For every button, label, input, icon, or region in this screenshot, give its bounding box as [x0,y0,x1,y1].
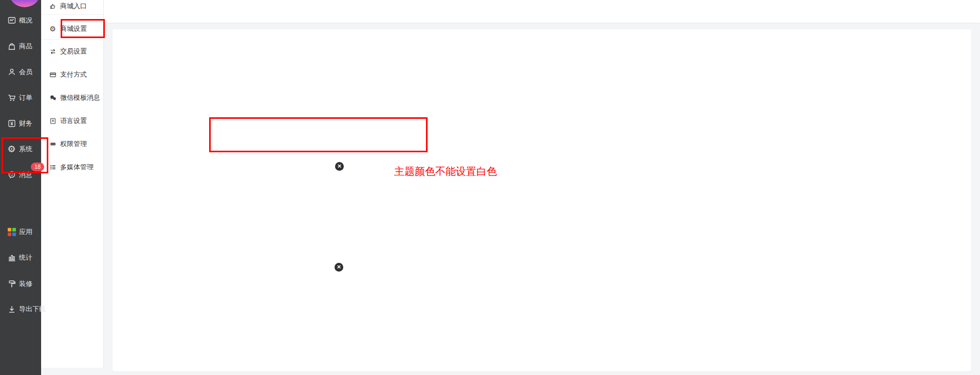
sidebar-item-finance[interactable]: 财务 [0,115,41,132]
sidebar-item-export[interactable]: 导出下载 [0,300,41,318]
poster-remove-button[interactable]: × [335,263,343,272]
sidebar-item-label: 装修 [19,279,32,289]
sidebar-item-decorate[interactable]: 装修 [0,275,41,293]
sidebar-item-label: 应用 [19,227,32,237]
divider [41,14,104,15]
sidebar-item-label: 会员 [19,67,32,77]
sidebar-item-label: 导出下载 [19,305,46,314]
overview-icon [7,16,16,26]
sidebar-item-label: 系统 [19,145,32,154]
submenu-item-media[interactable]: 多媒体管理 [41,159,104,175]
system-gear-icon: ⚙ [7,145,16,154]
submenu-item-label: 多媒体管理 [60,163,94,172]
payment-card-icon [49,71,57,79]
sidebar-item-label: 订单 [19,93,32,102]
sidebar-item-stats[interactable]: 统计 [0,249,41,266]
logo-remove-button[interactable]: × [335,162,344,171]
sidebar-item-order[interactable]: 订单 [0,89,41,106]
decorate-icon [7,279,16,289]
sidebar-item-label: 统计 [19,253,32,262]
submenu-item-label: 支付方式 [60,70,87,79]
stats-icon [7,253,16,263]
export-download-icon [7,305,16,314]
submenu-item-label: 商城入口 [60,2,87,11]
order-icon [7,93,16,103]
submenu-item-label: 微信模板消息 [60,93,100,102]
apps-icon [7,227,16,237]
wechat-bubbles-icon [49,94,57,102]
brand-logo [8,0,41,7]
settings-tab-bar [104,0,980,23]
entry-icon [49,3,57,10]
member-icon [7,67,16,77]
submenu-item-label: 语言设置 [60,116,87,126]
message-icon [7,170,16,180]
annotation-text: 主题颜色不能设置白色 [394,165,497,178]
submenu-item-wechat-template[interactable]: 微信模板消息 [41,90,104,105]
main-sidebar: 概况 商品 会员 订单 财务 ⚙ [0,0,41,375]
submenu-item-trade-settings[interactable]: 交易设置 [41,44,104,59]
sidebar-item-label: 消息 [19,170,32,180]
sidebar-item-system[interactable]: ⚙ 系统 [0,140,41,158]
submenu-item-payment[interactable]: 支付方式 [41,67,104,82]
language-doc-icon [49,117,57,125]
trade-icon [49,48,57,56]
submenu-item-label: 交易设置 [60,47,87,56]
goods-icon [7,42,16,51]
sidebar-item-overview[interactable]: 概况 [0,12,41,29]
sidebar-item-apps[interactable]: 应用 [0,223,41,241]
submenu-item-permission[interactable]: 权限管理 [41,136,104,152]
sidebar-item-label: 商品 [19,42,32,51]
gear-icon: ⚙ [49,25,57,33]
submenu-item-shop-settings[interactable]: ⚙ 商城设置 [41,21,104,37]
sidebar-item-label: 财务 [19,119,32,128]
settings-submenu: 商城入口 ⚙ 商城设置 交易设置 支付方式 微信模板消息 [41,0,104,368]
media-list-icon [49,164,57,171]
finance-icon [7,119,16,129]
mall-admin-screen: 概况 商品 会员 订单 财务 ⚙ [0,0,980,375]
submenu-item-label: 商城设置 [60,24,87,33]
submenu-item-language[interactable]: 语言设置 [41,113,104,129]
divider [41,39,104,40]
basic-settings-card [113,29,971,371]
submenu-item-label: 权限管理 [60,139,87,149]
sidebar-item-member[interactable]: 会员 [0,63,41,81]
sidebar-item-goods[interactable]: 商品 [0,38,41,55]
permission-icon [49,140,57,148]
system-badge: 18 [31,163,44,171]
submenu-item-entry[interactable]: 商城入口 [41,0,104,14]
sidebar-item-label: 概况 [19,16,32,25]
